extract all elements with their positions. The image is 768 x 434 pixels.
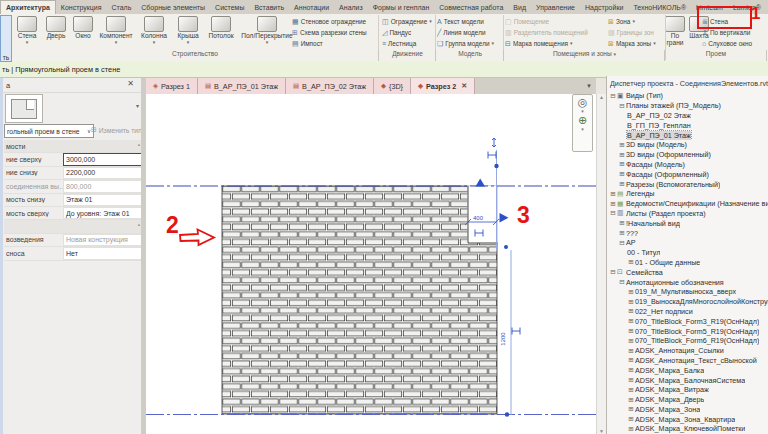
ribbon-tab[interactable]: Совместная работа xyxy=(434,0,508,14)
tree-item[interactable]: ⊞ ADSK_Марка_Зона_Квартира xyxy=(607,414,768,424)
tree-item[interactable]: ⊞ 070_TitleBlock_Form3_R19(ОснНадл) xyxy=(607,316,768,326)
ribbon-big-button[interactable]: По грани xyxy=(664,15,686,47)
tree-item[interactable]: ⊞ 070_TitleBlock_Form5_R19(ОснНадл) xyxy=(607,326,768,336)
ribbon-small-button[interactable]: ▥Разделитель помещений xyxy=(505,27,605,37)
tree-item[interactable]: ⊞ ??? xyxy=(607,228,768,238)
tree-item[interactable]: ⊞ 022_Нет подписи xyxy=(607,307,768,317)
expander-icon[interactable]: ⊞ xyxy=(618,151,626,159)
expander-icon[interactable]: ⊞ xyxy=(618,219,626,227)
pin-icon[interactable]: ▪ xyxy=(138,222,140,228)
ribbon-small-button[interactable]: ▦Стеновое ограждение xyxy=(292,16,380,26)
tree-item[interactable]: ⊞ ADSK_Марка_Дверь xyxy=(607,395,768,405)
view-tab[interactable]: ▤ В_АР_ПЭ_02 Этаж xyxy=(286,78,374,94)
ribbon-tab[interactable]: ТехноНИКОЛЬ® xyxy=(628,0,691,14)
ribbon-small-button[interactable]: АТекст модели xyxy=(437,16,501,26)
ribbon-tab[interactable]: Аннотации xyxy=(289,0,334,14)
expander-icon[interactable]: ⊞ xyxy=(627,288,635,296)
expander-icon[interactable]: ⊞ xyxy=(627,298,635,306)
steering-wheel-icon[interactable]: ◎ xyxy=(578,97,588,108)
view-tab[interactable]: ◈ Разрез 2 ✕ xyxy=(411,78,475,94)
section-view[interactable]: 400 1200 2 3 xyxy=(146,94,596,434)
ribbon-tab[interactable]: Надстройки xyxy=(580,0,628,14)
tree-item[interactable]: В_АР_ПЭ_01 Этаж xyxy=(607,130,768,140)
ribbon-tab[interactable]: Управление xyxy=(531,0,580,14)
tree-item[interactable]: 00 - Титул xyxy=(607,248,768,258)
tree-item[interactable]: ⊞ 01 - Общие данные xyxy=(607,258,768,268)
expander-icon[interactable]: ⊞ xyxy=(627,396,635,404)
vertical-scrollbar[interactable]: ▲ ▼ xyxy=(596,94,606,434)
flip-control-arrow[interactable] xyxy=(500,213,509,223)
drag-grip[interactable] xyxy=(504,245,508,249)
expander-icon[interactable]: ⊞ xyxy=(627,317,635,325)
tree-item[interactable]: ⊞ Фасады (Модель) xyxy=(607,160,768,170)
property-value-cell[interactable]: Нет xyxy=(63,247,142,259)
expander-icon[interactable]: ⊟ xyxy=(609,268,617,276)
view-tab[interactable]: ▤ В_АР_ПЭ_01 Этаж xyxy=(198,78,286,94)
ribbon-small-button[interactable]: ≡Лестница xyxy=(382,38,434,48)
expander-icon[interactable]: ⊞ xyxy=(627,327,635,335)
ribbon-small-button[interactable]: ╱Линия модели xyxy=(437,27,501,37)
property-value-cell[interactable] xyxy=(63,221,142,231)
ribbon-small-button[interactable]: ❏Группа модели▾ xyxy=(437,38,501,48)
dropdown-arrow-icon[interactable]: ▾ xyxy=(266,40,269,45)
property-value-cell[interactable]: 2200,000 xyxy=(63,167,142,179)
expander-icon[interactable]: ⊞ xyxy=(627,415,635,423)
pin-icon[interactable]: ▪ xyxy=(138,142,140,148)
expander-icon[interactable]: ⊟ xyxy=(609,92,617,100)
drag-grip[interactable] xyxy=(494,164,498,168)
expander-icon[interactable]: ⊞ xyxy=(627,405,635,413)
expander-icon[interactable]: ⊞ xyxy=(627,307,635,315)
ribbon-small-button[interactable]: ⊟Марка помещения▾ xyxy=(505,38,605,48)
tree-item[interactable]: ⊟ ▥ Листы (Раздел проекта) xyxy=(607,209,768,219)
tree-item[interactable]: ⊞ ADSK_Марка_БалочнаяСистема xyxy=(607,375,768,385)
ribbon-tab[interactable]: Сборные элементы xyxy=(136,0,210,14)
property-value-cell[interactable]: 800,000 xyxy=(63,180,142,192)
tree-item[interactable]: ⊞ 019_ВыноскаДляМногослойнойКонструкци xyxy=(607,297,768,307)
ribbon-tab[interactable]: Анализ xyxy=(334,0,368,14)
expander-icon[interactable]: ⊞ xyxy=(627,386,635,394)
ribbon-tab[interactable]: Системы xyxy=(210,0,249,14)
tree-item[interactable]: ⊞ !Начальный вид xyxy=(607,218,768,228)
close-icon[interactable]: ✕ xyxy=(461,82,467,90)
view-list-dropdown[interactable]: ▼ xyxy=(582,78,596,94)
tree-item[interactable]: ⊞ ADSK_Аннотация_Ссылки xyxy=(607,346,768,356)
property-value-cell[interactable]: Новая конструкция xyxy=(63,234,142,246)
tree-item[interactable]: ⊞ 3D виды (Оформленный) xyxy=(607,150,768,160)
expander-icon[interactable]: ⊟ xyxy=(609,209,617,217)
tree-item[interactable]: В_ГП_ПЭ_Генплан xyxy=(607,120,768,130)
drawing-canvas[interactable]: 400 1200 2 3 ◎ ▾ ⊕ ▾ xyxy=(146,94,596,434)
tree-item[interactable]: ⊞ ADSK_Марка_Балка xyxy=(607,365,768,375)
tree-item[interactable]: ⊞ ADSK_Марка_КлючевойПометки xyxy=(607,424,768,434)
view-tab[interactable]: ◆ {3D} xyxy=(374,78,411,94)
chevron-down-icon[interactable]: ▾ xyxy=(581,127,584,132)
expander-icon[interactable]: ⊞ xyxy=(627,356,635,364)
ribbon-small-button[interactable]: ⊠Зона▾ xyxy=(608,16,664,26)
property-value-cell[interactable]: 3000,000 xyxy=(63,153,142,165)
expander-icon[interactable]: ⊞ xyxy=(627,347,635,355)
dropdown-arrow-icon[interactable]: ▾ xyxy=(26,40,29,45)
tree-item[interactable]: В_АР_ПЭ_02 Этаж xyxy=(607,111,768,121)
view-tab[interactable]: ◈ Разрез 1 xyxy=(146,78,198,94)
expander-icon[interactable]: ⊞ xyxy=(609,200,617,208)
zoom-icon[interactable]: ⊕ xyxy=(578,115,587,126)
tree-item[interactable]: ⊞ ADSK_Марка_Зона xyxy=(607,405,768,415)
tree-item[interactable]: ⊟ Аннотационные обозначения xyxy=(607,277,768,287)
expander-icon[interactable]: ⊞ xyxy=(627,376,635,384)
expander-icon[interactable]: ⊞ xyxy=(618,141,626,149)
scroll-up-icon[interactable]: ▲ xyxy=(599,94,604,100)
expander-icon[interactable]: ⊞ xyxy=(618,160,626,168)
expander-icon[interactable]: ⊞ xyxy=(627,258,635,266)
close-icon[interactable]: ✕ xyxy=(127,79,134,88)
ribbon-small-button[interactable]: ⊠Марка зоны▾ xyxy=(608,38,664,48)
expander-icon[interactable]: ⊞ xyxy=(618,170,626,178)
dimension-value[interactable]: 400 xyxy=(473,215,484,221)
dropdown-arrow-icon[interactable]: ▾ xyxy=(187,40,190,45)
expander-icon[interactable]: ⊞ xyxy=(618,229,626,237)
ribbon-small-button[interactable]: ⌂Слуховое окно xyxy=(702,38,768,48)
ribbon-tab[interactable]: Вставить xyxy=(249,0,289,14)
dropdown-arrow-icon[interactable]: ▾ xyxy=(153,40,156,45)
property-value-cell[interactable]: До уровня: Этаж 01 xyxy=(63,207,142,219)
dimension-value[interactable]: 1200 xyxy=(500,332,506,346)
tree-item[interactable]: ⊟ АР xyxy=(607,238,768,248)
ribbon-tab[interactable]: Конструкция xyxy=(56,0,107,14)
